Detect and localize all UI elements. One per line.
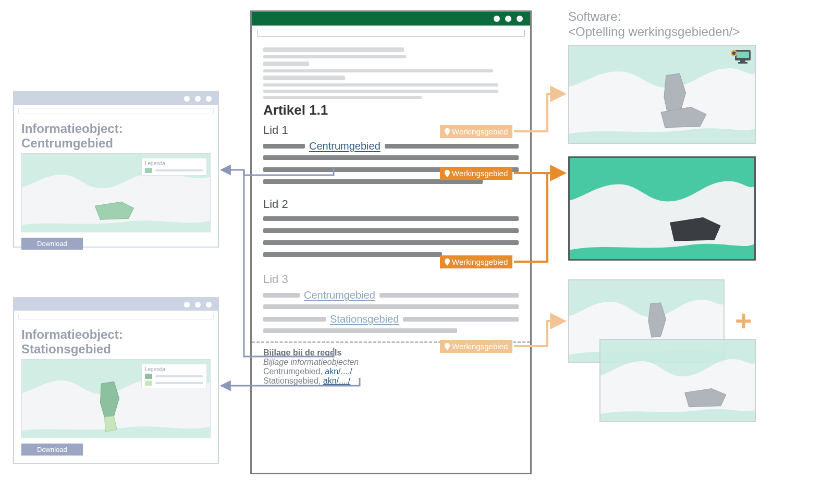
software-caption: Software:<Optelling werkingsgebieden/> xyxy=(568,9,740,40)
legend-box: Legenda xyxy=(141,158,207,176)
werkingsgebied-tag-lid1[interactable]: Werkingsgebied xyxy=(440,167,512,180)
akn-link-1[interactable]: akn/..../ xyxy=(325,367,352,376)
link-stations[interactable]: Stationsgebied xyxy=(330,313,399,325)
werkingsgebied-tag-lid2[interactable]: Werkingsgebied xyxy=(440,255,512,268)
download-button[interactable]: Download xyxy=(21,444,83,456)
info-window-centrum: Informatieobject: Centrumgebied Legenda … xyxy=(13,91,219,248)
map-centrum-active xyxy=(568,156,756,261)
akn-link-2[interactable]: akn/..../ xyxy=(323,376,350,385)
svg-rect-1 xyxy=(737,52,749,58)
url-bar xyxy=(18,108,214,114)
legend-title: Legenda xyxy=(145,366,203,372)
panel-title: Informatieobject: Stationsgebied xyxy=(21,327,211,356)
window-titlebar xyxy=(14,298,218,311)
legend-title: Legenda xyxy=(145,161,203,166)
map-thumbnail: Legenda xyxy=(21,153,211,232)
link-centrum[interactable]: Centrumgebied xyxy=(309,140,381,152)
window-titlebar xyxy=(252,12,530,26)
download-button[interactable]: Download xyxy=(21,238,83,250)
document-window: Artikel 1.1 Lid 1 Centrumgebied Lid 2 Li… xyxy=(250,10,532,474)
werkingsgebied-tag-article[interactable]: Werkingsgebied xyxy=(440,125,512,138)
bijlage-block: Bijlage bij de regels Bijlage informatie… xyxy=(263,348,519,393)
lid3-heading: Lid 3 xyxy=(263,273,519,286)
map-combined xyxy=(568,45,756,144)
article-heading: Artikel 1.1 xyxy=(263,102,519,118)
svg-rect-3 xyxy=(738,62,747,64)
lid2-heading: Lid 2 xyxy=(263,198,519,211)
url-bar xyxy=(257,30,525,37)
map-thumbnail: Legenda xyxy=(21,359,211,438)
url-bar xyxy=(18,314,214,320)
legend-box: Legenda xyxy=(141,364,207,388)
plus-icon: + xyxy=(735,303,752,337)
werkingsgebied-tag-lid3[interactable]: Werkingsgebied xyxy=(440,340,512,353)
panel-title: Informatieobject: Centrumgebied xyxy=(21,121,211,150)
window-titlebar xyxy=(14,92,218,105)
link-centrum-2[interactable]: Centrumgebied xyxy=(304,289,375,301)
svg-rect-2 xyxy=(740,60,745,62)
info-window-stations: Informatieobject: Stationsgebied Legenda… xyxy=(13,297,219,464)
computer-icon xyxy=(731,49,752,65)
map-centrum-small xyxy=(599,339,756,422)
